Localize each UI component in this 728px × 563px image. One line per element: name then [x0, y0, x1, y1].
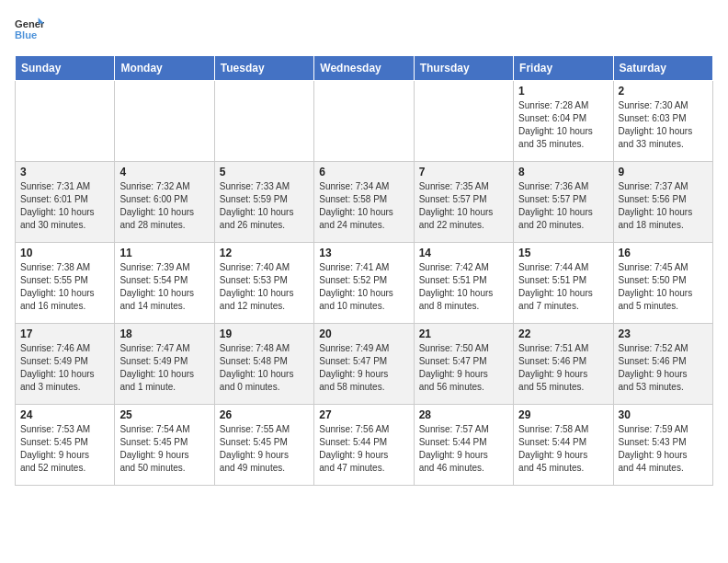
- calendar-week-row: 1Sunrise: 7:28 AM Sunset: 6:04 PM Daylig…: [16, 81, 713, 162]
- logo: General Blue: [15, 15, 44, 44]
- page-header: General Blue: [15, 15, 713, 44]
- day-number: 19: [220, 327, 309, 340]
- day-number: 16: [619, 247, 708, 259]
- calendar-cell: 17Sunrise: 7:46 AM Sunset: 5:49 PM Dayli…: [16, 324, 115, 405]
- calendar-week-row: 10Sunrise: 7:38 AM Sunset: 5:55 PM Dayli…: [16, 243, 713, 324]
- day-number: 13: [319, 247, 408, 259]
- calendar-cell: 12Sunrise: 7:40 AM Sunset: 5:53 PM Dayli…: [214, 243, 313, 324]
- day-number: 2: [619, 85, 708, 98]
- weekday-header: Tuesday: [214, 56, 313, 81]
- day-info: Sunrise: 7:58 AM Sunset: 5:44 PM Dayligh…: [518, 423, 608, 475]
- calendar-cell: [414, 81, 513, 162]
- logo-icon: General Blue: [15, 15, 44, 44]
- calendar-cell: 8Sunrise: 7:36 AM Sunset: 5:57 PM Daylig…: [514, 162, 613, 243]
- day-number: 29: [518, 408, 608, 421]
- day-number: 28: [419, 408, 508, 421]
- calendar-cell: 13Sunrise: 7:41 AM Sunset: 5:52 PM Dayli…: [314, 243, 414, 324]
- day-info: Sunrise: 7:41 AM Sunset: 5:52 PM Dayligh…: [319, 261, 408, 313]
- calendar-week-row: 24Sunrise: 7:53 AM Sunset: 5:45 PM Dayli…: [16, 405, 713, 486]
- calendar-cell: [214, 81, 313, 162]
- calendar-cell: 25Sunrise: 7:54 AM Sunset: 5:45 PM Dayli…: [115, 405, 214, 486]
- day-number: 10: [20, 247, 109, 259]
- day-info: Sunrise: 7:51 AM Sunset: 5:46 PM Dayligh…: [518, 342, 608, 394]
- day-info: Sunrise: 7:39 AM Sunset: 5:54 PM Dayligh…: [119, 261, 209, 313]
- day-info: Sunrise: 7:33 AM Sunset: 5:59 PM Dayligh…: [220, 180, 309, 232]
- day-info: Sunrise: 7:36 AM Sunset: 5:57 PM Dayligh…: [518, 180, 608, 232]
- day-info: Sunrise: 7:48 AM Sunset: 5:48 PM Dayligh…: [220, 342, 309, 394]
- day-number: 25: [119, 408, 209, 421]
- calendar-cell: 23Sunrise: 7:52 AM Sunset: 5:46 PM Dayli…: [613, 324, 712, 405]
- day-info: Sunrise: 7:52 AM Sunset: 5:46 PM Dayligh…: [619, 342, 708, 394]
- day-info: Sunrise: 7:38 AM Sunset: 5:55 PM Dayligh…: [20, 261, 109, 313]
- day-info: Sunrise: 7:37 AM Sunset: 5:56 PM Dayligh…: [619, 180, 708, 232]
- weekday-header: Monday: [115, 56, 214, 81]
- day-number: 3: [20, 166, 109, 178]
- day-info: Sunrise: 7:31 AM Sunset: 6:01 PM Dayligh…: [20, 180, 109, 232]
- calendar-cell: 24Sunrise: 7:53 AM Sunset: 5:45 PM Dayli…: [16, 405, 115, 486]
- day-info: Sunrise: 7:32 AM Sunset: 6:00 PM Dayligh…: [119, 180, 209, 232]
- calendar-cell: 11Sunrise: 7:39 AM Sunset: 5:54 PM Dayli…: [115, 243, 214, 324]
- day-number: 9: [619, 166, 708, 178]
- calendar-week-row: 3Sunrise: 7:31 AM Sunset: 6:01 PM Daylig…: [16, 162, 713, 243]
- day-number: 26: [220, 408, 309, 421]
- calendar-cell: 30Sunrise: 7:59 AM Sunset: 5:43 PM Dayli…: [613, 405, 712, 486]
- calendar-cell: 20Sunrise: 7:49 AM Sunset: 5:47 PM Dayli…: [314, 324, 414, 405]
- svg-text:Blue: Blue: [15, 29, 37, 40]
- day-info: Sunrise: 7:56 AM Sunset: 5:44 PM Dayligh…: [319, 423, 408, 475]
- calendar-cell: 3Sunrise: 7:31 AM Sunset: 6:01 PM Daylig…: [16, 162, 115, 243]
- calendar-cell: 9Sunrise: 7:37 AM Sunset: 5:56 PM Daylig…: [613, 162, 712, 243]
- calendar-cell: 14Sunrise: 7:42 AM Sunset: 5:51 PM Dayli…: [414, 243, 513, 324]
- weekday-header: Sunday: [16, 56, 115, 81]
- calendar-cell: 7Sunrise: 7:35 AM Sunset: 5:57 PM Daylig…: [414, 162, 513, 243]
- day-info: Sunrise: 7:42 AM Sunset: 5:51 PM Dayligh…: [419, 261, 508, 313]
- calendar-cell: 4Sunrise: 7:32 AM Sunset: 6:00 PM Daylig…: [115, 162, 214, 243]
- calendar-cell: 28Sunrise: 7:57 AM Sunset: 5:44 PM Dayli…: [414, 405, 513, 486]
- day-number: 18: [119, 327, 209, 340]
- calendar-cell: 26Sunrise: 7:55 AM Sunset: 5:45 PM Dayli…: [214, 405, 313, 486]
- day-number: 11: [119, 247, 209, 259]
- day-info: Sunrise: 7:28 AM Sunset: 6:04 PM Dayligh…: [518, 99, 608, 151]
- day-number: 22: [518, 327, 608, 340]
- calendar-table: SundayMondayTuesdayWednesdayThursdayFrid…: [15, 55, 713, 486]
- calendar-week-row: 17Sunrise: 7:46 AM Sunset: 5:49 PM Dayli…: [16, 324, 713, 405]
- calendar-cell: 10Sunrise: 7:38 AM Sunset: 5:55 PM Dayli…: [16, 243, 115, 324]
- calendar-cell: 6Sunrise: 7:34 AM Sunset: 5:58 PM Daylig…: [314, 162, 414, 243]
- weekday-header: Friday: [514, 56, 613, 81]
- day-info: Sunrise: 7:34 AM Sunset: 5:58 PM Dayligh…: [319, 180, 408, 232]
- day-number: 6: [319, 166, 408, 178]
- calendar-cell: 1Sunrise: 7:28 AM Sunset: 6:04 PM Daylig…: [514, 81, 613, 162]
- day-info: Sunrise: 7:35 AM Sunset: 5:57 PM Dayligh…: [419, 180, 508, 232]
- weekday-header: Wednesday: [314, 56, 414, 81]
- day-info: Sunrise: 7:45 AM Sunset: 5:50 PM Dayligh…: [619, 261, 708, 313]
- day-info: Sunrise: 7:46 AM Sunset: 5:49 PM Dayligh…: [20, 342, 109, 394]
- calendar-cell: 22Sunrise: 7:51 AM Sunset: 5:46 PM Dayli…: [514, 324, 613, 405]
- calendar-cell: 19Sunrise: 7:48 AM Sunset: 5:48 PM Dayli…: [214, 324, 313, 405]
- calendar-cell: [115, 81, 214, 162]
- day-number: 27: [319, 408, 408, 421]
- day-info: Sunrise: 7:44 AM Sunset: 5:51 PM Dayligh…: [518, 261, 608, 313]
- day-number: 17: [20, 327, 109, 340]
- day-info: Sunrise: 7:40 AM Sunset: 5:53 PM Dayligh…: [220, 261, 309, 313]
- calendar-cell: 18Sunrise: 7:47 AM Sunset: 5:49 PM Dayli…: [115, 324, 214, 405]
- day-number: 21: [419, 327, 508, 340]
- day-info: Sunrise: 7:57 AM Sunset: 5:44 PM Dayligh…: [419, 423, 508, 475]
- calendar-cell: 16Sunrise: 7:45 AM Sunset: 5:50 PM Dayli…: [613, 243, 712, 324]
- day-number: 8: [518, 166, 608, 178]
- weekday-header: Thursday: [414, 56, 513, 81]
- calendar-cell: [314, 81, 414, 162]
- day-number: 15: [518, 247, 608, 259]
- day-number: 14: [419, 247, 508, 259]
- day-number: 24: [20, 408, 109, 421]
- calendar-cell: 5Sunrise: 7:33 AM Sunset: 5:59 PM Daylig…: [214, 162, 313, 243]
- calendar-cell: 21Sunrise: 7:50 AM Sunset: 5:47 PM Dayli…: [414, 324, 513, 405]
- day-number: 1: [518, 85, 608, 98]
- day-number: 7: [419, 166, 508, 178]
- day-info: Sunrise: 7:30 AM Sunset: 6:03 PM Dayligh…: [619, 99, 708, 151]
- day-number: 12: [220, 247, 309, 259]
- day-info: Sunrise: 7:55 AM Sunset: 5:45 PM Dayligh…: [220, 423, 309, 475]
- day-info: Sunrise: 7:49 AM Sunset: 5:47 PM Dayligh…: [319, 342, 408, 394]
- day-number: 5: [220, 166, 309, 178]
- calendar-cell: 15Sunrise: 7:44 AM Sunset: 5:51 PM Dayli…: [514, 243, 613, 324]
- day-info: Sunrise: 7:47 AM Sunset: 5:49 PM Dayligh…: [119, 342, 209, 394]
- day-number: 23: [619, 327, 708, 340]
